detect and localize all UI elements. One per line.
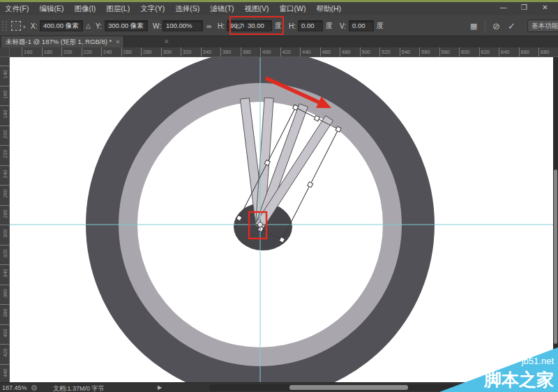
- menu-item-2[interactable]: 图像(I): [73, 4, 97, 14]
- v-ruler-tick: 180: [0, 105, 10, 117]
- h-ruler-tick: 280: [141, 47, 152, 57]
- v-ruler-tick: 340: [0, 264, 10, 276]
- menu-item-6[interactable]: 滤镜(T): [209, 4, 235, 14]
- menu-item-0[interactable]: 文件(F): [3, 4, 30, 14]
- v-ruler-tick: 440: [0, 364, 10, 376]
- document-tab-bar: 未标题-1 @ 187% (矩形 1, RGB/8) * × ≡: [0, 36, 558, 47]
- h-ruler-tick: 680: [538, 47, 550, 57]
- v-ruler-tick: 160: [0, 86, 10, 98]
- h-ruler-tick: 360: [220, 47, 232, 57]
- menu-item-3[interactable]: 图层(L): [105, 4, 131, 14]
- maximize-button[interactable]: ❐: [518, 3, 530, 12]
- document-tab-title: 未标题-1 @ 187% (矩形 1, RGB/8) *: [6, 38, 112, 47]
- options-separator: [485, 19, 485, 33]
- v-ruler-tick: 140: [0, 66, 10, 77]
- tab-close-icon[interactable]: ×: [116, 38, 119, 45]
- h-ruler-tick: 240: [101, 47, 112, 57]
- workspace-switcher-button[interactable]: 基本功能: [527, 20, 558, 32]
- x-position-label: X:: [31, 15, 37, 36]
- h-ruler-tick: 380: [241, 47, 252, 57]
- horizontal-scrollbar-thumb[interactable]: [289, 385, 408, 390]
- skew-h-field[interactable]: 0.00: [298, 15, 323, 36]
- h-ruler-tick: 440: [300, 47, 311, 57]
- menu-item-7[interactable]: 视图(V): [243, 4, 271, 14]
- skew-v-field[interactable]: 0.00: [349, 15, 374, 36]
- document-size-info: 文档:1.37M/0 字节: [53, 384, 105, 392]
- v-ruler-tick: 280: [0, 205, 10, 217]
- v-ruler-tick: 240: [0, 165, 10, 177]
- skew-v-label: V:: [340, 15, 346, 36]
- h-ruler-tick: 560: [419, 47, 430, 57]
- h-ruler-tick: 340: [201, 47, 212, 57]
- h-ruler-tick: 160: [22, 47, 33, 57]
- h-ruler-tick: 420: [280, 47, 292, 57]
- rectangular-marquee-tool-icon[interactable]: [11, 21, 21, 31]
- h-ruler-tick: 220: [82, 47, 93, 57]
- photoshop-window: 文件(F)编辑(E)图像(I)图层(L)文字(Y)选择(S)滤镜(T)视图(V)…: [0, 0, 558, 392]
- h-ruler-tick: 520: [379, 47, 391, 57]
- v-ruler-tick: 420: [0, 344, 10, 356]
- options-bar-grip-icon: [2, 21, 7, 31]
- menu-item-5[interactable]: 选择(S): [174, 4, 201, 14]
- h-ruler-tick: 600: [459, 47, 470, 57]
- tab-list-icon[interactable]: ≡: [165, 38, 168, 45]
- x-position-field[interactable]: 400.00 像素: [40, 15, 83, 36]
- status-flyout-icon[interactable]: ▶: [158, 384, 162, 391]
- commit-transform-icon[interactable]: ✓: [508, 15, 515, 36]
- skew-v-unit: 度: [377, 15, 384, 36]
- watermark: jb51.net 脚本之家: [439, 347, 558, 392]
- menu-item-8[interactable]: 窗口(W): [278, 4, 308, 14]
- relative-position-icon[interactable]: △: [86, 15, 91, 36]
- menu-item-1[interactable]: 编辑(E): [38, 4, 65, 14]
- h-ruler-tick: 180: [42, 47, 53, 57]
- document-canvas[interactable]: [10, 57, 558, 382]
- h-ruler-tick: 660: [519, 47, 530, 57]
- h-ruler-tick: 620: [479, 47, 490, 57]
- width-label: W:: [153, 15, 161, 36]
- menu-item-4[interactable]: 文字(Y): [139, 4, 166, 14]
- width-field[interactable]: 100.00%: [163, 15, 203, 36]
- canvas-artwork: [10, 57, 558, 382]
- h-ruler-tick: 200: [61, 47, 73, 57]
- horizontal-ruler[interactable]: 1601802002202402602803003203403603804004…: [10, 47, 558, 57]
- skew-h-unit: 度: [326, 15, 333, 36]
- vertical-scrollbar[interactable]: [553, 57, 558, 382]
- h-ruler-tick: 400: [260, 47, 271, 57]
- minimize-button[interactable]: —: [497, 3, 509, 12]
- vertical-ruler[interactable]: 1401601802002202402602803003203403603804…: [0, 57, 10, 382]
- v-ruler-tick: 400: [0, 324, 10, 336]
- v-ruler-tick: 320: [0, 245, 10, 257]
- h-ruler-tick: 500: [360, 47, 371, 57]
- v-ruler-tick: 380: [0, 304, 10, 316]
- height-label: H:: [218, 15, 225, 36]
- status-indicator-icon: [31, 385, 37, 391]
- link-dimensions-icon[interactable]: ∞: [206, 15, 211, 36]
- document-tab[interactable]: 未标题-1 @ 187% (矩形 1, RGB/8) * ×: [1, 36, 124, 47]
- zoom-level-field[interactable]: 187.45%: [2, 384, 27, 391]
- tool-preset-caret-icon[interactable]: ▾: [23, 24, 26, 30]
- h-ruler-tick: 260: [121, 47, 133, 57]
- window-controls: — ❐ ✕: [497, 3, 551, 12]
- h-ruler-tick: 300: [161, 47, 172, 57]
- y-position-label: Y:: [96, 15, 102, 36]
- close-button[interactable]: ✕: [539, 3, 551, 12]
- y-position-field[interactable]: 300.00 像素: [105, 15, 148, 36]
- h-ruler-tick: 580: [439, 47, 451, 57]
- h-ruler-tick: 480: [340, 47, 351, 57]
- menu-item-9[interactable]: 帮助(H): [315, 4, 343, 14]
- h-ruler-tick: 460: [320, 47, 331, 57]
- vertical-scrollbar-thumb[interactable]: [554, 169, 557, 344]
- h-ruler-tick: 540: [400, 47, 411, 57]
- skew-h-label: H:: [289, 15, 296, 36]
- v-ruler-tick: 300: [0, 225, 10, 236]
- menu-bar: 文件(F)编辑(E)图像(I)图层(L)文字(Y)选择(S)滤镜(T)视图(V)…: [0, 2, 558, 15]
- ruler-origin-corner[interactable]: [0, 47, 10, 57]
- warp-mode-icon[interactable]: ▦: [470, 15, 477, 36]
- cancel-transform-icon[interactable]: ⊘: [492, 15, 500, 36]
- watermark-site: jb51.net: [521, 356, 555, 366]
- angle-highlight-annotation: [229, 16, 284, 35]
- h-ruler-tick: 640: [499, 47, 510, 57]
- h-ruler-tick: 320: [181, 47, 192, 57]
- v-ruler-tick: 220: [0, 145, 10, 157]
- watermark-name: 脚本之家: [483, 370, 554, 389]
